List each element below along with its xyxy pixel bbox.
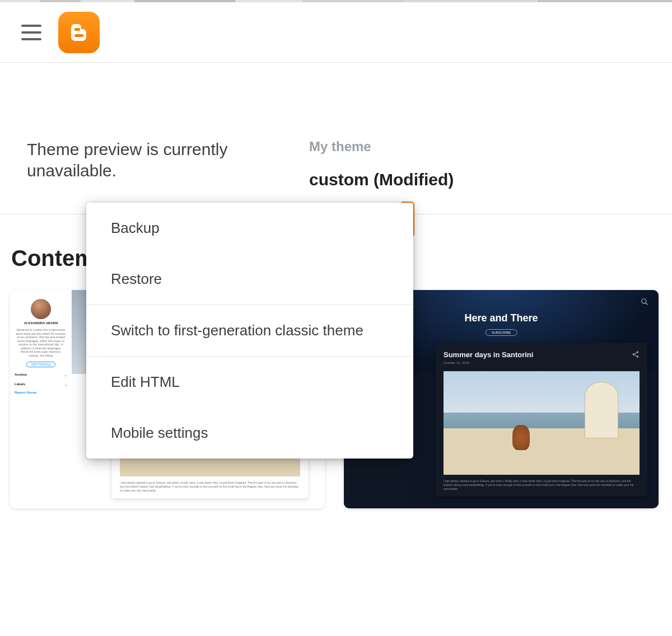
- santorini-photo: [444, 371, 640, 475]
- blogger-logo[interactable]: [58, 12, 100, 53]
- svg-point-6: [637, 351, 639, 353]
- theme-meta: My theme custom (Modified): [309, 139, 454, 189]
- sidebar-labels: Labels⌄: [15, 382, 67, 386]
- app-header: [0, 2, 672, 63]
- post-date: October 14, 2016: [444, 361, 533, 364]
- current-theme-section: Theme preview is currently unavailable. …: [0, 63, 672, 214]
- sidebar-archive: Archive⌄: [15, 373, 67, 377]
- svg-point-4: [642, 299, 646, 303]
- author-name: ALEXANDRA HEARN: [10, 321, 72, 325]
- svg-point-7: [633, 353, 635, 356]
- current-theme-name: custom (Modified): [309, 170, 454, 189]
- preview-unavailable-message: Theme preview is currently unavailable.: [27, 139, 268, 189]
- report-abuse-link: Report Abuse: [15, 391, 67, 394]
- post-card: Summer days in Santorini October 14, 201…: [436, 343, 647, 497]
- menu-item-edit-html[interactable]: Edit HTML: [86, 357, 413, 408]
- menu-item-mobile-settings[interactable]: Mobile settings: [86, 408, 413, 459]
- author-bio: Alexandra is a writer who is passionate …: [10, 328, 72, 357]
- avatar: [31, 299, 51, 319]
- svg-line-5: [646, 303, 648, 305]
- svg-rect-3: [74, 34, 83, 37]
- share-icon: [632, 350, 640, 361]
- theme-options-menu: Backup Restore Switch to first-generatio…: [86, 203, 413, 459]
- svg-point-8: [637, 356, 639, 358]
- svg-rect-2: [74, 28, 80, 31]
- post-title: Summer days in Santorini: [444, 350, 533, 359]
- my-theme-label: My theme: [309, 139, 454, 155]
- visit-profile-button: VISIT PROFILE: [26, 362, 55, 367]
- menu-item-restore[interactable]: Restore: [86, 254, 413, 305]
- post-excerpt: I had always wanted to go to Greece, and…: [444, 479, 640, 491]
- menu-icon[interactable]: [21, 25, 41, 40]
- sidebar: ALEXANDRA HEARN Alexandra is a writer wh…: [10, 290, 72, 508]
- menu-item-backup[interactable]: Backup: [86, 203, 413, 254]
- chevron-down-icon: ⌄: [64, 382, 67, 386]
- menu-item-switch-classic[interactable]: Switch to first-generation classic theme: [86, 305, 413, 356]
- search-icon: [641, 298, 648, 308]
- chevron-down-icon: ⌄: [64, 373, 67, 377]
- post-excerpt: I had always wanted to go to Greece, and…: [120, 481, 300, 493]
- blogger-logo-icon: [68, 21, 90, 44]
- subscribe-button: SUBSCRIBE: [486, 329, 517, 336]
